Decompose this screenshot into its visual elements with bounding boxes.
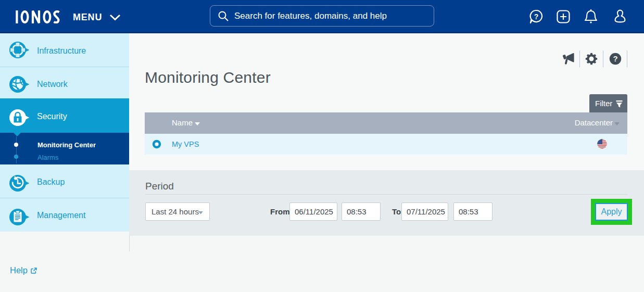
svg-text:?: ? [534,12,539,21]
svg-text:?: ? [613,54,617,63]
